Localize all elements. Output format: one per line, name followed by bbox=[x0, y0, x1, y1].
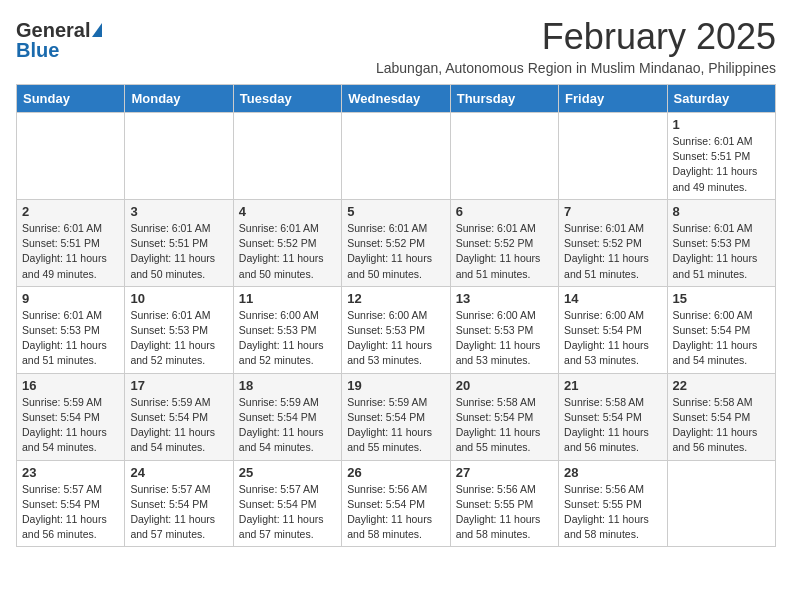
calendar-cell bbox=[17, 113, 125, 200]
calendar-cell: 8Sunrise: 6:01 AM Sunset: 5:53 PM Daylig… bbox=[667, 199, 775, 286]
calendar-cell: 21Sunrise: 5:58 AM Sunset: 5:54 PM Dayli… bbox=[559, 373, 667, 460]
calendar-cell bbox=[559, 113, 667, 200]
column-header-wednesday: Wednesday bbox=[342, 85, 450, 113]
day-number: 18 bbox=[239, 378, 336, 393]
logo-general-text: General bbox=[16, 20, 90, 40]
day-info: Sunrise: 5:57 AM Sunset: 5:54 PM Dayligh… bbox=[22, 482, 119, 543]
day-number: 13 bbox=[456, 291, 553, 306]
calendar-cell: 16Sunrise: 5:59 AM Sunset: 5:54 PM Dayli… bbox=[17, 373, 125, 460]
logo: General Blue bbox=[16, 20, 102, 60]
calendar-week-row: 23Sunrise: 5:57 AM Sunset: 5:54 PM Dayli… bbox=[17, 460, 776, 547]
calendar-cell: 2Sunrise: 6:01 AM Sunset: 5:51 PM Daylig… bbox=[17, 199, 125, 286]
day-info: Sunrise: 5:58 AM Sunset: 5:54 PM Dayligh… bbox=[564, 395, 661, 456]
day-number: 28 bbox=[564, 465, 661, 480]
day-number: 26 bbox=[347, 465, 444, 480]
day-info: Sunrise: 5:58 AM Sunset: 5:54 PM Dayligh… bbox=[673, 395, 770, 456]
calendar-week-row: 2Sunrise: 6:01 AM Sunset: 5:51 PM Daylig… bbox=[17, 199, 776, 286]
day-number: 19 bbox=[347, 378, 444, 393]
column-header-thursday: Thursday bbox=[450, 85, 558, 113]
day-info: Sunrise: 5:59 AM Sunset: 5:54 PM Dayligh… bbox=[130, 395, 227, 456]
day-info: Sunrise: 5:56 AM Sunset: 5:55 PM Dayligh… bbox=[456, 482, 553, 543]
day-number: 8 bbox=[673, 204, 770, 219]
calendar-cell bbox=[233, 113, 341, 200]
calendar-cell: 12Sunrise: 6:00 AM Sunset: 5:53 PM Dayli… bbox=[342, 286, 450, 373]
calendar-cell: 6Sunrise: 6:01 AM Sunset: 5:52 PM Daylig… bbox=[450, 199, 558, 286]
calendar-cell: 28Sunrise: 5:56 AM Sunset: 5:55 PM Dayli… bbox=[559, 460, 667, 547]
month-year-title: February 2025 bbox=[376, 16, 776, 58]
title-block: February 2025 Labungan, Autonomous Regio… bbox=[376, 16, 776, 76]
day-number: 3 bbox=[130, 204, 227, 219]
calendar-cell bbox=[667, 460, 775, 547]
day-number: 15 bbox=[673, 291, 770, 306]
calendar-cell: 11Sunrise: 6:00 AM Sunset: 5:53 PM Dayli… bbox=[233, 286, 341, 373]
day-info: Sunrise: 6:01 AM Sunset: 5:52 PM Dayligh… bbox=[564, 221, 661, 282]
page-header: General Blue February 2025 Labungan, Aut… bbox=[16, 16, 776, 76]
calendar-cell: 10Sunrise: 6:01 AM Sunset: 5:53 PM Dayli… bbox=[125, 286, 233, 373]
calendar-cell: 25Sunrise: 5:57 AM Sunset: 5:54 PM Dayli… bbox=[233, 460, 341, 547]
calendar-cell bbox=[342, 113, 450, 200]
day-number: 25 bbox=[239, 465, 336, 480]
calendar-cell: 9Sunrise: 6:01 AM Sunset: 5:53 PM Daylig… bbox=[17, 286, 125, 373]
column-header-friday: Friday bbox=[559, 85, 667, 113]
calendar-week-row: 9Sunrise: 6:01 AM Sunset: 5:53 PM Daylig… bbox=[17, 286, 776, 373]
calendar-cell: 5Sunrise: 6:01 AM Sunset: 5:52 PM Daylig… bbox=[342, 199, 450, 286]
column-header-sunday: Sunday bbox=[17, 85, 125, 113]
logo-triangle-icon bbox=[92, 23, 102, 37]
day-info: Sunrise: 6:01 AM Sunset: 5:52 PM Dayligh… bbox=[239, 221, 336, 282]
day-info: Sunrise: 6:01 AM Sunset: 5:52 PM Dayligh… bbox=[456, 221, 553, 282]
day-number: 7 bbox=[564, 204, 661, 219]
day-info: Sunrise: 6:01 AM Sunset: 5:51 PM Dayligh… bbox=[673, 134, 770, 195]
calendar-cell: 26Sunrise: 5:56 AM Sunset: 5:54 PM Dayli… bbox=[342, 460, 450, 547]
calendar-cell: 15Sunrise: 6:00 AM Sunset: 5:54 PM Dayli… bbox=[667, 286, 775, 373]
day-number: 2 bbox=[22, 204, 119, 219]
day-number: 10 bbox=[130, 291, 227, 306]
location-subtitle: Labungan, Autonomous Region in Muslim Mi… bbox=[376, 60, 776, 76]
day-info: Sunrise: 6:01 AM Sunset: 5:53 PM Dayligh… bbox=[22, 308, 119, 369]
day-number: 23 bbox=[22, 465, 119, 480]
day-info: Sunrise: 6:01 AM Sunset: 5:52 PM Dayligh… bbox=[347, 221, 444, 282]
day-number: 17 bbox=[130, 378, 227, 393]
day-info: Sunrise: 5:59 AM Sunset: 5:54 PM Dayligh… bbox=[22, 395, 119, 456]
day-number: 4 bbox=[239, 204, 336, 219]
calendar-cell: 13Sunrise: 6:00 AM Sunset: 5:53 PM Dayli… bbox=[450, 286, 558, 373]
day-info: Sunrise: 6:01 AM Sunset: 5:51 PM Dayligh… bbox=[130, 221, 227, 282]
day-number: 5 bbox=[347, 204, 444, 219]
day-info: Sunrise: 5:56 AM Sunset: 5:55 PM Dayligh… bbox=[564, 482, 661, 543]
calendar-week-row: 16Sunrise: 5:59 AM Sunset: 5:54 PM Dayli… bbox=[17, 373, 776, 460]
calendar-week-row: 1Sunrise: 6:01 AM Sunset: 5:51 PM Daylig… bbox=[17, 113, 776, 200]
day-number: 27 bbox=[456, 465, 553, 480]
day-info: Sunrise: 6:01 AM Sunset: 5:53 PM Dayligh… bbox=[130, 308, 227, 369]
day-info: Sunrise: 5:57 AM Sunset: 5:54 PM Dayligh… bbox=[239, 482, 336, 543]
calendar-cell: 19Sunrise: 5:59 AM Sunset: 5:54 PM Dayli… bbox=[342, 373, 450, 460]
day-info: Sunrise: 5:57 AM Sunset: 5:54 PM Dayligh… bbox=[130, 482, 227, 543]
day-info: Sunrise: 6:00 AM Sunset: 5:54 PM Dayligh… bbox=[564, 308, 661, 369]
day-number: 24 bbox=[130, 465, 227, 480]
day-info: Sunrise: 5:59 AM Sunset: 5:54 PM Dayligh… bbox=[239, 395, 336, 456]
day-number: 9 bbox=[22, 291, 119, 306]
day-info: Sunrise: 6:01 AM Sunset: 5:51 PM Dayligh… bbox=[22, 221, 119, 282]
calendar-cell: 7Sunrise: 6:01 AM Sunset: 5:52 PM Daylig… bbox=[559, 199, 667, 286]
column-header-tuesday: Tuesday bbox=[233, 85, 341, 113]
day-number: 12 bbox=[347, 291, 444, 306]
calendar-cell: 18Sunrise: 5:59 AM Sunset: 5:54 PM Dayli… bbox=[233, 373, 341, 460]
column-header-saturday: Saturday bbox=[667, 85, 775, 113]
day-info: Sunrise: 5:59 AM Sunset: 5:54 PM Dayligh… bbox=[347, 395, 444, 456]
calendar-cell: 22Sunrise: 5:58 AM Sunset: 5:54 PM Dayli… bbox=[667, 373, 775, 460]
day-number: 1 bbox=[673, 117, 770, 132]
calendar-cell: 1Sunrise: 6:01 AM Sunset: 5:51 PM Daylig… bbox=[667, 113, 775, 200]
calendar-cell: 17Sunrise: 5:59 AM Sunset: 5:54 PM Dayli… bbox=[125, 373, 233, 460]
calendar-cell: 24Sunrise: 5:57 AM Sunset: 5:54 PM Dayli… bbox=[125, 460, 233, 547]
calendar-cell: 4Sunrise: 6:01 AM Sunset: 5:52 PM Daylig… bbox=[233, 199, 341, 286]
day-info: Sunrise: 6:00 AM Sunset: 5:53 PM Dayligh… bbox=[456, 308, 553, 369]
calendar-header-row: SundayMondayTuesdayWednesdayThursdayFrid… bbox=[17, 85, 776, 113]
calendar-table: SundayMondayTuesdayWednesdayThursdayFrid… bbox=[16, 84, 776, 547]
calendar-cell: 3Sunrise: 6:01 AM Sunset: 5:51 PM Daylig… bbox=[125, 199, 233, 286]
day-number: 14 bbox=[564, 291, 661, 306]
day-number: 21 bbox=[564, 378, 661, 393]
column-header-monday: Monday bbox=[125, 85, 233, 113]
day-info: Sunrise: 6:01 AM Sunset: 5:53 PM Dayligh… bbox=[673, 221, 770, 282]
day-number: 11 bbox=[239, 291, 336, 306]
calendar-cell: 14Sunrise: 6:00 AM Sunset: 5:54 PM Dayli… bbox=[559, 286, 667, 373]
calendar-cell: 20Sunrise: 5:58 AM Sunset: 5:54 PM Dayli… bbox=[450, 373, 558, 460]
calendar-cell: 23Sunrise: 5:57 AM Sunset: 5:54 PM Dayli… bbox=[17, 460, 125, 547]
